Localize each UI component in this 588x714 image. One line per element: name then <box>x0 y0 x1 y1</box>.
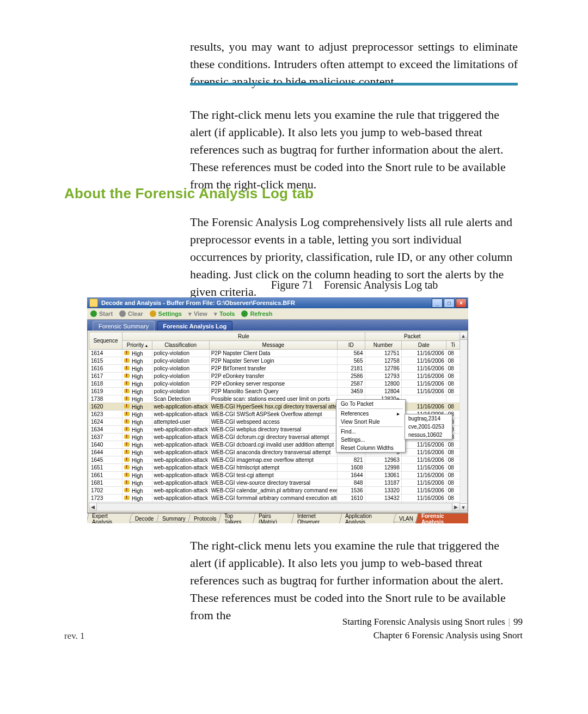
bottom-tab[interactable]: Internet Observer <box>291 513 344 523</box>
priority-high-icon <box>124 404 131 409</box>
toolbar-settings[interactable]: Settings <box>150 310 182 317</box>
col-priority[interactable]: Priority ▴ <box>122 341 152 350</box>
priority-high-icon <box>124 434 131 440</box>
bottom-tab[interactable]: Forensic Analysis <box>415 513 468 523</box>
bottom-tab[interactable]: Top Talkers <box>218 513 257 523</box>
col-message[interactable]: Message <box>209 341 337 350</box>
scroll-up-icon[interactable]: ▲ <box>460 332 467 340</box>
bottom-tab[interactable]: Decode <box>130 515 160 522</box>
table-row[interactable]: 1661Highweb-application-attackWEB-CGI te… <box>89 472 460 479</box>
toolbar-clear[interactable]: Clear <box>119 310 143 317</box>
bottom-tab[interactable]: Expert Analysis <box>87 513 134 523</box>
context-submenu-references[interactable]: bugtraq,2314 cve,2001-0253 nessus,10602 <box>405 414 452 440</box>
ctx-references[interactable]: References▸ <box>336 410 405 418</box>
window-title: Decode and Analysis - Buffer From File: … <box>101 300 295 306</box>
top-tab-strip: Forensic Summary Forensic Analysis Log <box>87 320 468 331</box>
bottom-tab[interactable]: Summary <box>156 515 191 522</box>
window-minimize-button[interactable]: _ <box>432 298 443 308</box>
horizontal-scrollbar[interactable]: ◀ ▶ <box>89 503 460 511</box>
priority-high-icon <box>124 472 131 478</box>
priority-high-icon <box>124 457 131 462</box>
screenshot-window: Decode and Analysis - Buffer From File: … <box>87 297 468 522</box>
priority-high-icon <box>124 419 131 424</box>
vertical-scrollbar[interactable]: ▲ ▼ <box>459 332 468 511</box>
priority-high-icon <box>124 480 131 485</box>
col-time[interactable]: Ti <box>446 341 460 350</box>
priority-high-icon <box>124 465 131 470</box>
app-icon <box>89 298 98 307</box>
grid-wrapper: ▲ ▼ Sequence Rule Packet Priority ▴ <box>87 331 468 513</box>
table-row[interactable]: 1702Highweb-application-attackWEB-CGI ca… <box>89 487 460 495</box>
funnel-icon: ▾ <box>188 310 192 318</box>
priority-high-icon <box>124 350 131 356</box>
priority-high-icon <box>124 449 131 455</box>
body-paragraph-after-figure: The right-click menu lets you examine th… <box>190 537 518 624</box>
priority-high-icon <box>124 411 131 417</box>
scroll-right-icon[interactable]: ▶ <box>452 503 460 511</box>
toolbar-tools[interactable]: ▾Tools <box>214 310 235 318</box>
priority-high-icon <box>124 358 131 363</box>
bottom-tab[interactable]: Application Analysis <box>339 513 397 523</box>
window-maximize-button[interactable]: □ <box>444 298 455 308</box>
col-sequence[interactable]: Sequence <box>89 332 122 350</box>
priority-high-icon <box>124 495 131 501</box>
ctx-settings[interactable]: Settings... <box>336 436 405 444</box>
ctx-find[interactable]: Find... <box>336 428 405 436</box>
ctx-go-to-packet[interactable]: Go To Packet <box>336 400 405 408</box>
table-row[interactable]: 1681Highweb-application-attackWEB-CGI vi… <box>89 479 460 487</box>
funnel-icon: ▾ <box>214 310 217 318</box>
col-number[interactable]: Number <box>365 341 401 350</box>
table-row[interactable]: 1645Highweb-application-attackWEB-CGI im… <box>89 456 460 464</box>
scroll-down-icon[interactable]: ▼ <box>460 503 467 511</box>
revision-text: rev. 1 <box>64 631 85 642</box>
priority-high-icon <box>124 396 131 401</box>
section-heading: About the Forensic Analysis Log tab <box>64 185 314 202</box>
table-row[interactable]: 1615Highpolicy-violationP2P Napster Serv… <box>89 357 460 365</box>
toolbar-refresh[interactable]: Refresh <box>241 310 272 317</box>
priority-high-icon <box>124 365 131 371</box>
tab-forensic-analysis-log[interactable]: Forensic Analysis Log <box>157 321 232 331</box>
col-classification[interactable]: Classification <box>152 341 209 350</box>
priority-high-icon <box>124 373 131 379</box>
ctx-reset-columns[interactable]: Reset Column Widths <box>336 444 405 452</box>
clear-icon <box>119 310 126 317</box>
section-divider <box>190 83 518 86</box>
bottom-tab[interactable]: VLAN <box>393 515 419 522</box>
bottom-tab[interactable]: Pairs (Matrix) <box>252 513 296 523</box>
body-paragraph-mid: The right-click menu lets you examine th… <box>190 106 518 193</box>
play-icon <box>90 310 97 317</box>
bottom-tab[interactable]: Protocols <box>188 515 222 522</box>
col-date[interactable]: Date <box>401 341 446 350</box>
col-group-rule[interactable]: Rule <box>122 332 365 341</box>
priority-high-icon <box>124 388 131 394</box>
toolbar-view[interactable]: ▾View <box>188 310 207 318</box>
table-row[interactable]: 1614Highpolicy-violationP2P Napster Clie… <box>89 350 460 357</box>
table-row[interactable]: 1618Highpolicy-violationP2P eDonkey serv… <box>89 380 460 388</box>
table-row[interactable]: 1723Highweb-application-attackWEB-CGI fo… <box>89 495 460 502</box>
scroll-left-icon[interactable]: ◀ <box>89 503 97 511</box>
tab-forensic-summary[interactable]: Forensic Summary <box>93 321 155 331</box>
priority-high-icon <box>124 442 131 447</box>
col-id[interactable]: ID <box>338 341 365 350</box>
window-titlebar: Decode and Analysis - Buffer From File: … <box>87 297 468 308</box>
window-close-button[interactable]: × <box>456 298 467 308</box>
ref-cve[interactable]: cve,2001-0253 <box>405 423 452 431</box>
chevron-right-icon: ▸ <box>397 411 400 417</box>
table-row[interactable]: 1617Highpolicy-violationP2P eDonkey tran… <box>89 373 460 380</box>
gear-icon <box>150 310 156 317</box>
table-row[interactable]: 1616Highpolicy-violationP2P BitTorrent t… <box>89 365 460 373</box>
context-menu[interactable]: Go To Packet References▸ View Snort Rule… <box>336 399 406 453</box>
priority-high-icon <box>124 426 131 432</box>
ref-bugtraq[interactable]: bugtraq,2314 <box>405 414 452 423</box>
table-row[interactable]: 1651Highweb-application-attackWEB-CGI ht… <box>89 464 460 472</box>
toolbar-start[interactable]: Start <box>90 310 113 317</box>
priority-high-icon <box>124 381 131 386</box>
ctx-view-snort-rule[interactable]: View Snort Rule <box>336 418 405 426</box>
figure-caption: Figure 71 Forensic Analysis Log tab <box>191 279 518 291</box>
refresh-icon <box>241 310 248 317</box>
ref-nessus[interactable]: nessus,10602 <box>405 431 452 439</box>
col-group-packet[interactable]: Packet <box>365 332 460 341</box>
bottom-tab-strip: Expert AnalysisDecodeSummaryProtocolsTop… <box>87 513 468 523</box>
page-footer: Starting Forensic Analysis using Snort r… <box>342 615 523 642</box>
table-row[interactable]: 1619Highpolicy-violationP2P Manolito Sea… <box>89 388 460 395</box>
